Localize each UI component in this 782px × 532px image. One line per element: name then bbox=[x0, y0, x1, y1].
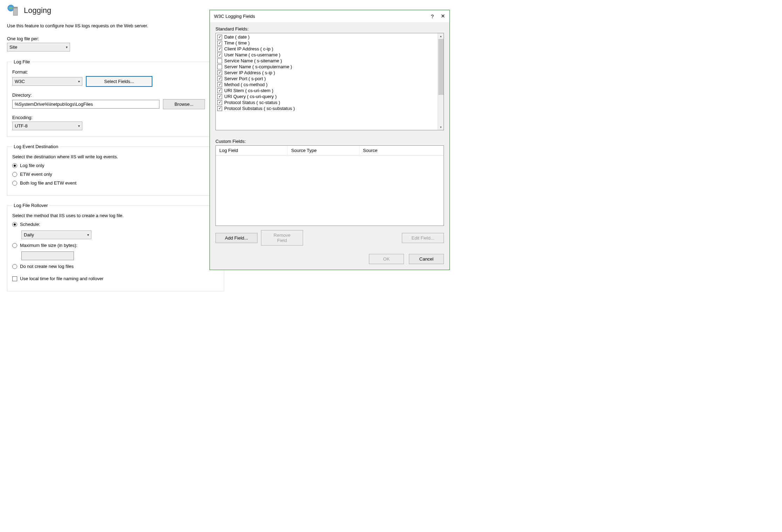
radio-max-size-label: Maximum file size (in bytes): bbox=[20, 243, 77, 248]
scroll-thumb[interactable] bbox=[438, 39, 444, 95]
standard-fields-label: Standard Fields: bbox=[215, 26, 444, 32]
field-checkbox[interactable] bbox=[217, 58, 222, 63]
w3c-logging-fields-dialog: W3C Logging Fields ? ✕ Standard Fields: … bbox=[210, 10, 450, 270]
custom-fields-listbox[interactable]: Log Field Source Type Source bbox=[215, 145, 444, 226]
svg-rect-2 bbox=[13, 7, 18, 8]
one-log-file-per-value: Site bbox=[9, 44, 17, 50]
field-label: Server Name ( s-computername ) bbox=[224, 64, 292, 69]
remove-field-button: Remove Field bbox=[261, 230, 303, 246]
log-event-destination-fieldset: Log Event Destination Select the destina… bbox=[7, 144, 224, 196]
standard-field-row[interactable]: Client IP Address ( c-ip ) bbox=[217, 46, 442, 52]
checkbox-local-time-label: Use local time for file naming and rollo… bbox=[20, 276, 103, 281]
field-checkbox[interactable] bbox=[217, 70, 222, 75]
standard-field-row[interactable]: Protocol Status ( sc-status ) bbox=[217, 99, 442, 105]
standard-field-row[interactable]: Time ( time ) bbox=[217, 40, 442, 46]
standard-field-row[interactable]: Date ( date ) bbox=[217, 34, 442, 40]
scroll-down-icon[interactable]: ▾ bbox=[440, 124, 442, 130]
field-checkbox[interactable] bbox=[217, 82, 222, 87]
standard-field-row[interactable]: Server Port ( s-port ) bbox=[217, 76, 442, 82]
log-file-rollover-description: Select the method that IIS uses to creat… bbox=[12, 213, 219, 218]
max-size-input bbox=[21, 251, 74, 260]
column-source[interactable]: Source bbox=[359, 146, 444, 155]
log-event-destination-description: Select the destination where IIS will wr… bbox=[12, 154, 219, 159]
standard-field-row[interactable]: Server IP Address ( s-ip ) bbox=[217, 70, 442, 76]
field-label: Method ( cs-method ) bbox=[224, 82, 268, 87]
column-log-field[interactable]: Log Field bbox=[216, 146, 288, 155]
chevron-down-icon: ▾ bbox=[66, 45, 68, 49]
scroll-up-icon[interactable]: ▴ bbox=[440, 33, 442, 39]
field-label: URI Stem ( cs-uri-stem ) bbox=[224, 88, 273, 93]
field-checkbox[interactable] bbox=[217, 35, 222, 40]
browse-button[interactable]: Browse... bbox=[163, 99, 205, 109]
radio-etw-only-label: ETW event only bbox=[20, 172, 52, 177]
field-checkbox[interactable] bbox=[217, 76, 222, 81]
cancel-button[interactable]: Cancel bbox=[409, 254, 444, 264]
log-file-fieldset: Log File Format: W3C ▾ Select Fields... … bbox=[7, 59, 224, 137]
radio-log-file-only[interactable] bbox=[12, 163, 17, 168]
one-log-file-per-dropdown[interactable]: Site ▾ bbox=[7, 43, 70, 51]
radio-max-size[interactable] bbox=[12, 243, 17, 248]
field-checkbox[interactable] bbox=[217, 53, 222, 57]
field-label: Protocol Status ( sc-status ) bbox=[224, 100, 280, 105]
chevron-down-icon: ▾ bbox=[78, 124, 80, 128]
field-label: Protocol Substatus ( sc-substatus ) bbox=[224, 106, 295, 111]
field-label: Server Port ( s-port ) bbox=[224, 76, 266, 81]
field-checkbox[interactable] bbox=[217, 47, 222, 51]
field-checkbox[interactable] bbox=[217, 41, 222, 46]
edit-field-button: Edit Field... bbox=[402, 233, 444, 243]
standard-fields-listbox[interactable]: Date ( date )Time ( time )Client IP Addr… bbox=[215, 33, 444, 130]
standard-field-row[interactable]: URI Stem ( cs-uri-stem ) bbox=[217, 88, 442, 94]
format-dropdown[interactable]: W3C ▾ bbox=[12, 77, 82, 86]
standard-field-row[interactable]: User Name ( cs-username ) bbox=[217, 52, 442, 58]
radio-schedule-label: Schedule: bbox=[20, 222, 40, 227]
field-label: Date ( date ) bbox=[224, 34, 249, 40]
log-file-legend: Log File bbox=[12, 59, 31, 64]
standard-field-row[interactable]: URI Query ( cs-uri-query ) bbox=[217, 94, 442, 99]
logging-icon bbox=[7, 4, 20, 17]
standard-field-row[interactable]: Method ( cs-method ) bbox=[217, 82, 442, 88]
one-log-file-per-label: One log file per: bbox=[7, 36, 224, 41]
standard-field-row[interactable]: Protocol Substatus ( sc-substatus ) bbox=[217, 105, 442, 111]
column-source-type[interactable]: Source Type bbox=[288, 146, 359, 155]
schedule-value: Daily bbox=[24, 232, 34, 237]
chevron-down-icon: ▾ bbox=[87, 233, 89, 237]
page-description: Use this feature to configure how IIS lo… bbox=[7, 23, 224, 28]
radio-no-new[interactable] bbox=[12, 264, 17, 269]
field-label: Client IP Address ( c-ip ) bbox=[224, 46, 273, 51]
field-label: Service Name ( s-sitename ) bbox=[224, 58, 282, 63]
radio-etw-only[interactable] bbox=[12, 172, 17, 177]
chevron-down-icon: ▾ bbox=[78, 80, 80, 83]
radio-no-new-label: Do not create new log files bbox=[20, 264, 74, 269]
radio-log-file-only-label: Log file only bbox=[20, 163, 44, 168]
encoding-dropdown[interactable]: UTF-8 ▾ bbox=[12, 122, 82, 130]
field-checkbox[interactable] bbox=[217, 94, 222, 99]
checkbox-local-time[interactable] bbox=[12, 276, 17, 281]
add-field-button[interactable]: Add Field... bbox=[215, 233, 258, 243]
field-checkbox[interactable] bbox=[217, 88, 222, 93]
radio-both-label: Both log file and ETW event bbox=[20, 180, 76, 186]
field-checkbox[interactable] bbox=[217, 64, 222, 69]
radio-schedule[interactable] bbox=[12, 222, 17, 227]
ok-button[interactable]: OK bbox=[369, 254, 404, 264]
field-label: URI Query ( cs-uri-query ) bbox=[224, 94, 277, 99]
close-button[interactable]: ✕ bbox=[441, 13, 445, 19]
select-fields-button[interactable]: Select Fields... bbox=[86, 76, 152, 87]
encoding-value: UTF-8 bbox=[15, 123, 28, 129]
field-checkbox[interactable] bbox=[217, 100, 222, 105]
radio-both[interactable] bbox=[12, 181, 17, 186]
log-event-destination-legend: Log Event Destination bbox=[12, 144, 60, 149]
encoding-label: Encoding: bbox=[12, 115, 219, 120]
standard-field-row[interactable]: Service Name ( s-sitename ) bbox=[217, 58, 442, 64]
log-file-rollover-legend: Log File Rollover bbox=[12, 203, 49, 208]
directory-input[interactable] bbox=[12, 100, 159, 109]
directory-label: Directory: bbox=[12, 92, 219, 98]
field-label: Time ( time ) bbox=[224, 40, 249, 46]
dialog-title: W3C Logging Fields bbox=[214, 14, 255, 19]
schedule-dropdown[interactable]: Daily ▾ bbox=[21, 230, 91, 239]
standard-field-row[interactable]: Server Name ( s-computername ) bbox=[217, 64, 442, 70]
field-label: User Name ( cs-username ) bbox=[224, 52, 280, 57]
field-label: Server IP Address ( s-ip ) bbox=[224, 70, 275, 75]
help-button[interactable]: ? bbox=[431, 13, 434, 19]
scrollbar[interactable]: ▴ ▾ bbox=[438, 33, 444, 130]
field-checkbox[interactable] bbox=[217, 106, 222, 111]
